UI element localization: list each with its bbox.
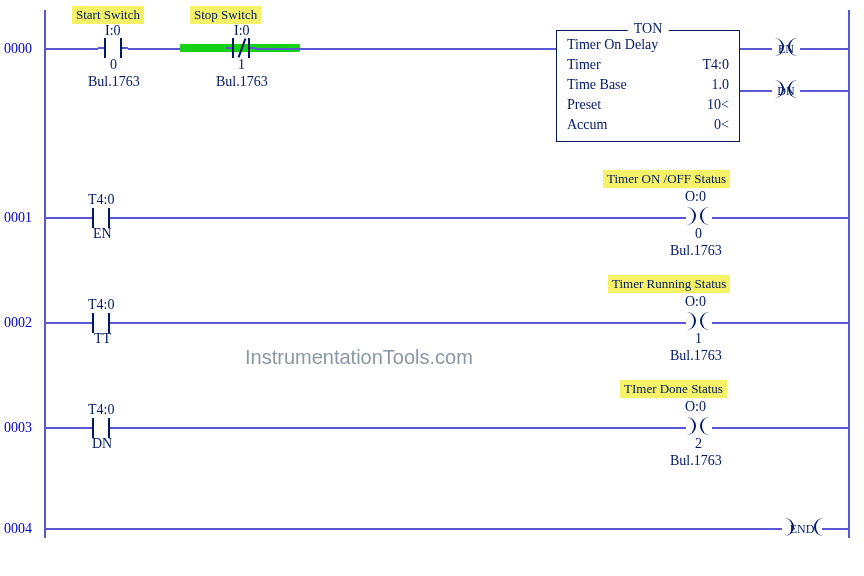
r3-out-bul: Bul.1763 bbox=[670, 453, 722, 469]
dn-label: DN bbox=[777, 84, 794, 99]
xio-contact-stop[interactable] bbox=[226, 38, 256, 58]
start-switch-bul: Bul.1763 bbox=[88, 74, 140, 90]
rung0-wire bbox=[82, 48, 98, 50]
r2-out-label: Timer Running Status bbox=[608, 275, 730, 293]
watermark: InstrumentationTools.com bbox=[245, 346, 473, 369]
r1-out-bul: Bul.1763 bbox=[670, 243, 722, 259]
r2-out-bul: Bul.1763 bbox=[670, 348, 722, 364]
rung0-wire bbox=[128, 48, 184, 50]
rung4-wire bbox=[824, 528, 848, 530]
r2-contact-addr: T4:0 bbox=[88, 297, 114, 313]
rung2-wire bbox=[116, 322, 686, 324]
start-switch-bit: 0 bbox=[110, 57, 117, 73]
rung0-wire bbox=[46, 48, 82, 50]
rung3-wire bbox=[714, 427, 848, 429]
stop-switch-bul: Bul.1763 bbox=[216, 74, 268, 90]
rung0-wire bbox=[256, 48, 556, 50]
rung-number-4: 0004 bbox=[4, 521, 32, 537]
stop-switch-label: Stop Switch bbox=[190, 6, 261, 24]
rung0-dn-wire bbox=[740, 90, 770, 92]
end-coil: END bbox=[780, 520, 824, 538]
dn-coil: DN bbox=[770, 82, 802, 100]
rung2-wire bbox=[46, 322, 86, 324]
r2-out-addr: O:0 bbox=[685, 294, 706, 310]
rung0-dn-wire bbox=[802, 90, 848, 92]
ton-instruction[interactable]: TON Timer On Delay TimerT4:0 Time Base1.… bbox=[556, 30, 740, 142]
rung1-wire bbox=[714, 217, 848, 219]
r2-out-bit: 1 bbox=[695, 331, 702, 347]
en-coil: EN bbox=[770, 40, 802, 58]
xic-contact-r3[interactable] bbox=[86, 418, 116, 438]
ton-preset-v: 10< bbox=[707, 95, 729, 115]
xic-contact-r2[interactable] bbox=[86, 313, 116, 333]
r1-contact-addr: T4:0 bbox=[88, 192, 114, 208]
ton-title: TON bbox=[628, 21, 669, 37]
ote-coil-r3[interactable] bbox=[682, 419, 714, 437]
rung1-wire bbox=[46, 217, 86, 219]
rung2-wire bbox=[714, 322, 848, 324]
ton-timer-k: Timer bbox=[567, 55, 601, 75]
r1-out-addr: O:0 bbox=[685, 189, 706, 205]
ton-accum-v: 0< bbox=[714, 115, 729, 135]
r3-out-addr: O:0 bbox=[685, 399, 706, 415]
en-label: EN bbox=[778, 42, 794, 57]
ton-desc: Timer On Delay bbox=[567, 35, 658, 55]
r3-out-label: TImer Done Status bbox=[620, 380, 727, 398]
r3-out-bit: 2 bbox=[695, 436, 702, 452]
ton-preset-k: Preset bbox=[567, 95, 601, 115]
start-switch-label: Start Switch bbox=[72, 6, 144, 24]
start-switch-addr: I:0 bbox=[105, 23, 121, 39]
ton-base-v: 1.0 bbox=[712, 75, 730, 95]
rung-number-2: 0002 bbox=[4, 315, 32, 331]
rung3-wire bbox=[46, 427, 86, 429]
xic-contact-r1[interactable] bbox=[86, 208, 116, 228]
r1-out-bit: 0 bbox=[695, 226, 702, 242]
ton-accum-k: Accum bbox=[567, 115, 607, 135]
stop-switch-addr: I:0 bbox=[234, 23, 250, 39]
r3-contact-addr: T4:0 bbox=[88, 402, 114, 418]
rung3-wire bbox=[116, 427, 686, 429]
rung0-wire bbox=[740, 48, 770, 50]
ton-timer-v: T4:0 bbox=[703, 55, 729, 75]
r3-contact-bit: DN bbox=[92, 436, 112, 452]
right-power-rail bbox=[848, 10, 850, 538]
rung1-wire bbox=[116, 217, 686, 219]
end-label: END bbox=[790, 522, 815, 537]
rung-number-1: 0001 bbox=[4, 210, 32, 226]
rung-number-0: 0000 bbox=[4, 41, 32, 57]
ote-coil-r2[interactable] bbox=[682, 314, 714, 332]
r1-contact-bit: EN bbox=[93, 226, 112, 242]
rung0-wire bbox=[802, 48, 848, 50]
stop-switch-bit: 1 bbox=[238, 57, 245, 73]
r1-out-label: Timer ON /OFF Status bbox=[603, 170, 730, 188]
xic-contact-start[interactable] bbox=[98, 38, 128, 58]
left-power-rail bbox=[44, 10, 46, 538]
r2-contact-bit: TT bbox=[94, 331, 111, 347]
rung-number-3: 0003 bbox=[4, 420, 32, 436]
rung4-wire bbox=[46, 528, 780, 530]
ote-coil-r1[interactable] bbox=[682, 209, 714, 227]
ton-base-k: Time Base bbox=[567, 75, 627, 95]
